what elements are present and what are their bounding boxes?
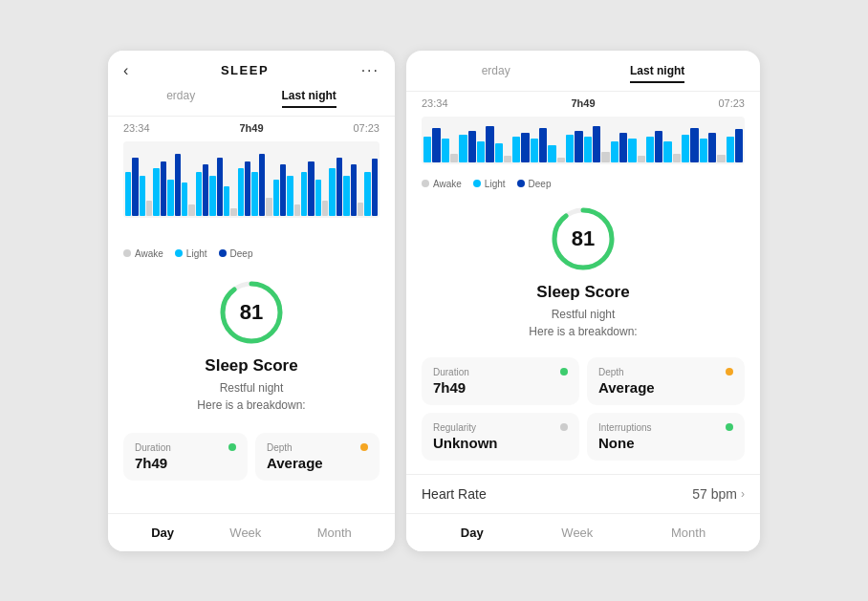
left-time-row: 23:34 7h49 07:23 xyxy=(108,117,395,138)
right-panel: erday Last night 23:34 7h49 07:23 Awake … xyxy=(406,51,760,551)
deep-dot-left xyxy=(219,249,227,257)
metric-duration-header-left: Duration xyxy=(135,442,236,453)
bottom-tab-month-right[interactable]: Month xyxy=(671,526,705,540)
bottom-tab-month-left[interactable]: Month xyxy=(317,526,352,540)
legend-deep-right: Deep xyxy=(517,179,552,189)
awake-label-right: Awake xyxy=(433,179,462,189)
metric-duration-label-right: Duration xyxy=(433,367,469,377)
legend-light-left: Light xyxy=(175,248,207,259)
right-tab-bar: erday Last night xyxy=(406,51,760,92)
right-score-circle: 81 xyxy=(549,204,618,273)
more-options-button[interactable]: ··· xyxy=(361,62,380,79)
awake-label-left: Awake xyxy=(135,248,163,259)
metric-depth-value-right: Average xyxy=(598,379,733,396)
left-score-subtitle: Restful night Here is a breakdown: xyxy=(197,379,305,414)
metric-depth-label-left: Depth xyxy=(267,442,293,453)
awake-dot-right xyxy=(422,180,429,187)
metric-duration-right: Duration 7h49 xyxy=(422,357,579,405)
light-label-left: Light xyxy=(186,248,207,259)
right-score-subtitle: Restful night Here is a breakdown: xyxy=(529,306,637,340)
metric-regularity-dot-right xyxy=(560,423,568,431)
metric-interruptions-header-right: Interruptions xyxy=(598,422,733,433)
left-score-section: 81 Sleep Score Restful night Here is a b… xyxy=(108,263,395,425)
end-time-left: 07:23 xyxy=(353,122,380,134)
heart-rate-label: Heart Rate xyxy=(422,486,487,502)
metric-regularity-label-right: Regularity xyxy=(433,422,476,433)
bottom-tab-day-left[interactable]: Day xyxy=(151,526,174,540)
tab-lastnight-left[interactable]: Last night xyxy=(282,89,336,108)
heart-rate-chevron: › xyxy=(741,487,745,501)
deep-dot-right xyxy=(517,180,525,187)
left-sleep-chart xyxy=(108,138,395,243)
deep-label-left: Deep xyxy=(230,248,253,259)
left-score-circle: 81 xyxy=(217,278,286,347)
duration-left: 7h49 xyxy=(239,122,263,134)
legend-awake-left: Awake xyxy=(123,248,163,259)
metric-depth-dot-left xyxy=(360,443,368,451)
metric-duration-value-right: 7h49 xyxy=(433,379,568,396)
metric-duration-dot-left xyxy=(228,443,236,451)
metric-depth-label-right: Depth xyxy=(598,367,624,377)
metric-depth-dot-right xyxy=(726,368,733,376)
metric-interruptions-label-right: Interruptions xyxy=(598,422,652,433)
back-button[interactable]: ‹ xyxy=(123,62,128,79)
heart-rate-row[interactable]: Heart Rate 57 bpm › xyxy=(406,474,760,513)
right-metrics-grid: Duration 7h49 Depth Average Regularity U… xyxy=(406,350,760,472)
metric-duration-value-left: 7h49 xyxy=(135,455,236,471)
metric-regularity-value-right: Unknown xyxy=(433,435,568,451)
left-metrics-grid: Duration 7h49 Depth Average xyxy=(108,425,395,492)
left-header-title: SLEEP xyxy=(221,63,269,77)
legend-awake-right: Awake xyxy=(422,179,462,189)
left-panel: ‹ SLEEP ··· erday Last night 23:34 7h49 … xyxy=(108,51,395,551)
right-score-section: 81 Sleep Score Restful night Here is a b… xyxy=(406,193,760,350)
right-chart-canvas xyxy=(422,117,745,164)
metric-depth-value-left: Average xyxy=(267,455,368,471)
left-header: ‹ SLEEP ··· xyxy=(108,51,395,85)
start-time-right: 23:34 xyxy=(422,97,448,109)
light-label-right: Light xyxy=(485,179,506,189)
bottom-tab-week-left[interactable]: Week xyxy=(229,526,261,540)
end-time-right: 07:23 xyxy=(718,97,745,109)
bottom-tab-week-right[interactable]: Week xyxy=(561,526,593,540)
left-legend: Awake Light Deep xyxy=(108,243,395,263)
right-legend: Awake Light Deep xyxy=(406,175,760,193)
tab-yesterday-left[interactable]: erday xyxy=(166,89,195,108)
duration-right: 7h49 xyxy=(571,97,595,109)
metric-interruptions-value-right: None xyxy=(598,435,733,451)
legend-light-right: Light xyxy=(473,179,506,189)
metric-depth-left: Depth Average xyxy=(255,433,380,481)
metric-depth-header-right: Depth xyxy=(598,367,733,377)
right-score-title: Sleep Score xyxy=(536,283,629,302)
right-bottom-tabs: Day Week Month xyxy=(406,513,760,551)
left-score-title: Sleep Score xyxy=(205,356,297,376)
metric-depth-header-left: Depth xyxy=(267,442,368,453)
metric-interruptions-dot-right xyxy=(726,423,733,431)
tab-yesterday-right[interactable]: erday xyxy=(482,64,510,83)
right-score-number: 81 xyxy=(572,226,595,251)
deep-label-right: Deep xyxy=(529,179,552,189)
start-time-left: 23:34 xyxy=(123,122,150,134)
metric-interruptions-right: Interruptions None xyxy=(587,413,745,461)
left-chart-canvas xyxy=(123,141,380,218)
metric-duration-label-left: Duration xyxy=(135,442,171,453)
metric-duration-dot-right xyxy=(560,368,568,376)
heart-rate-value: 57 bpm › xyxy=(692,486,745,502)
left-score-number: 81 xyxy=(240,300,263,325)
metric-duration-left: Duration 7h49 xyxy=(123,433,248,481)
bottom-tab-day-right[interactable]: Day xyxy=(461,526,484,540)
legend-deep-left: Deep xyxy=(219,248,253,259)
metric-depth-right: Depth Average xyxy=(587,357,745,405)
right-sleep-chart xyxy=(406,113,760,175)
left-bottom-tabs: Day Week Month xyxy=(108,513,395,551)
metric-regularity-right: Regularity Unknown xyxy=(422,413,579,461)
light-dot-right xyxy=(473,180,481,187)
tab-lastnight-right[interactable]: Last night xyxy=(630,64,684,83)
left-tab-bar: erday Last night xyxy=(108,85,395,117)
awake-dot-left xyxy=(123,249,131,257)
metric-duration-header-right: Duration xyxy=(433,367,568,377)
metric-regularity-header-right: Regularity xyxy=(433,422,568,433)
light-dot-left xyxy=(175,249,183,257)
right-time-row: 23:34 7h49 07:23 xyxy=(406,92,760,113)
